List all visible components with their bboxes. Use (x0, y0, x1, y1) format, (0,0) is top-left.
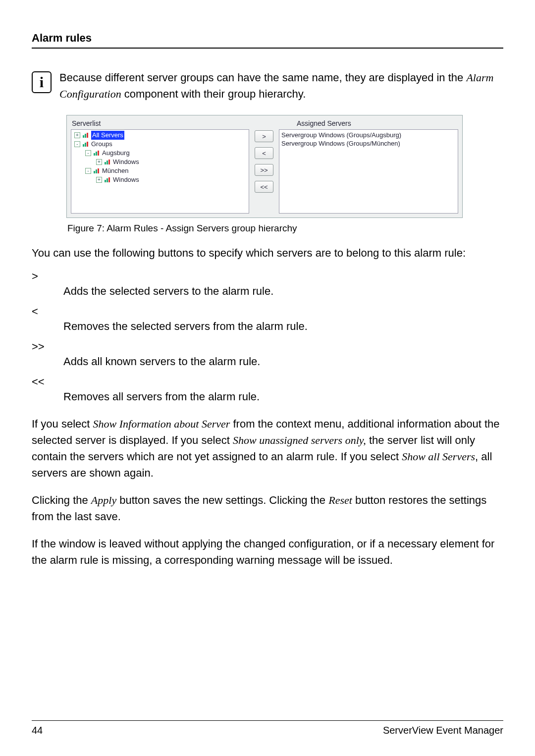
tree-node-label: All Servers (91, 131, 124, 140)
expand-icon[interactable]: - (85, 168, 91, 174)
definition-term: >> (32, 340, 503, 353)
tree-node[interactable]: +All Servers (71, 131, 249, 140)
serverlist-label: Serverlist (71, 119, 249, 127)
svg-rect-12 (94, 171, 95, 173)
definition-item: <Removes the selected servers from the a… (32, 305, 503, 334)
svg-rect-16 (107, 178, 108, 182)
svg-rect-13 (96, 169, 97, 173)
svg-rect-6 (94, 153, 95, 156)
figure: Serverlist Assigned Servers +All Servers… (66, 115, 503, 218)
tree-node[interactable]: -Groups (71, 140, 249, 149)
definition-desc: Adds the selected servers to the alarm r… (32, 283, 503, 299)
svg-rect-10 (107, 161, 108, 164)
svg-rect-3 (83, 144, 84, 147)
definition-desc: Removes the selected servers from the al… (32, 318, 503, 334)
svg-rect-7 (96, 152, 97, 156)
servergroup-icon (104, 177, 111, 183)
definition-item: >>Adds all known servers to the alarm ru… (32, 340, 503, 370)
expand-icon[interactable]: + (74, 132, 80, 138)
svg-rect-14 (98, 168, 99, 173)
expand-icon[interactable]: + (96, 177, 102, 183)
assigned-item[interactable]: Servergroup Windows (Groups/Augsburg) (281, 131, 456, 139)
svg-rect-15 (105, 180, 106, 182)
svg-rect-8 (98, 151, 99, 156)
definition-desc: Removes all servers from the alarm rule. (32, 388, 503, 405)
info-text: Because different server groups can have… (59, 69, 503, 102)
servergroup-icon (93, 168, 100, 174)
section-header: Alarm rules (32, 32, 503, 45)
paragraph-context-menu: If you select Show Information about Ser… (32, 416, 503, 481)
svg-rect-17 (108, 177, 110, 182)
header-rule (32, 48, 503, 49)
tree-node[interactable]: -München (71, 166, 249, 175)
server-tree[interactable]: +All Servers-Groups-Augsburg+Windows-Mün… (71, 129, 249, 214)
definition-term: << (32, 376, 503, 388)
expand-icon[interactable]: - (74, 141, 80, 147)
product-name: ServerView Event Manager (383, 725, 503, 736)
tree-node[interactable]: +Windows (71, 158, 249, 166)
definition-desc: Adds all known servers to the alarm rule… (32, 353, 503, 370)
section-title: Alarm rules (32, 32, 92, 45)
remove-button[interactable]: < (255, 147, 273, 159)
svg-rect-5 (87, 142, 88, 147)
servergroup-icon (82, 132, 89, 138)
assigned-list[interactable]: Servergroup Windows (Groups/Augsburg)Ser… (279, 129, 458, 214)
assigned-label: Assigned Servers (249, 119, 458, 127)
svg-rect-1 (85, 134, 86, 138)
svg-rect-0 (83, 135, 84, 138)
tree-node-label: München (102, 166, 128, 175)
paragraph-warning: If the window is leaved without applying… (32, 536, 503, 568)
paragraph-apply-reset: Clicking the Apply button saves the new … (32, 492, 503, 525)
assigned-item[interactable]: Servergroup Windows (Groups/München) (281, 139, 456, 148)
add-button[interactable]: > (255, 130, 273, 142)
servergroup-icon (104, 159, 111, 165)
svg-rect-11 (108, 160, 110, 164)
definition-term: < (32, 305, 503, 318)
page-number: 44 (32, 725, 43, 736)
tree-node-label: Windows (113, 158, 139, 166)
move-buttons: > < >> << (253, 129, 275, 214)
figure-caption: Figure 7: Alarm Rules - Assign Servers g… (67, 223, 503, 234)
page-footer: 44 ServerView Event Manager (32, 720, 503, 736)
tree-node-label: Groups (91, 140, 112, 149)
tree-node[interactable]: +Windows (71, 175, 249, 184)
paragraph-buttons-intro: You can use the following buttons to spe… (32, 245, 503, 261)
servergroup-icon (93, 150, 100, 156)
tree-node-label: Augsburg (102, 149, 130, 158)
expand-icon[interactable]: + (96, 159, 102, 165)
info-icon: i (32, 71, 52, 93)
assign-servers-panel: Serverlist Assigned Servers +All Servers… (66, 115, 463, 218)
definition-item: >Adds the selected servers to the alarm … (32, 270, 503, 299)
footer-rule (32, 720, 503, 721)
button-definitions: >Adds the selected servers to the alarm … (32, 270, 503, 405)
tree-node-label: Windows (113, 175, 139, 184)
add-all-button[interactable]: >> (255, 164, 273, 176)
svg-rect-9 (105, 162, 106, 164)
tree-node[interactable]: -Augsburg (71, 149, 249, 158)
servergroup-icon (82, 141, 89, 147)
expand-icon[interactable]: - (85, 150, 91, 156)
svg-rect-4 (85, 143, 86, 147)
info-note: i Because different server groups can ha… (32, 69, 503, 102)
remove-all-button[interactable]: << (255, 181, 273, 193)
definition-term: > (32, 270, 503, 283)
svg-rect-2 (87, 133, 88, 138)
definition-item: <<Removes all servers from the alarm rul… (32, 376, 503, 405)
